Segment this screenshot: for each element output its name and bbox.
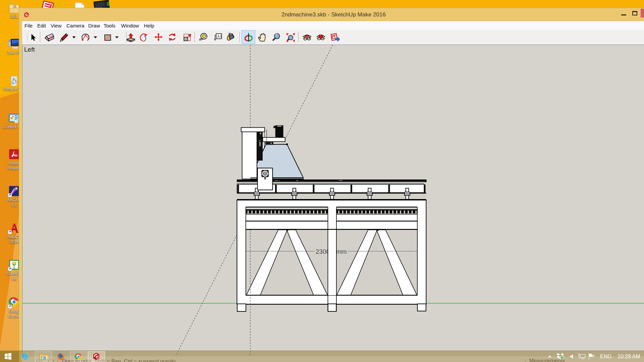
svg-text:mm: mm <box>336 248 347 255</box>
svg-text:A1: A1 <box>217 34 222 39</box>
